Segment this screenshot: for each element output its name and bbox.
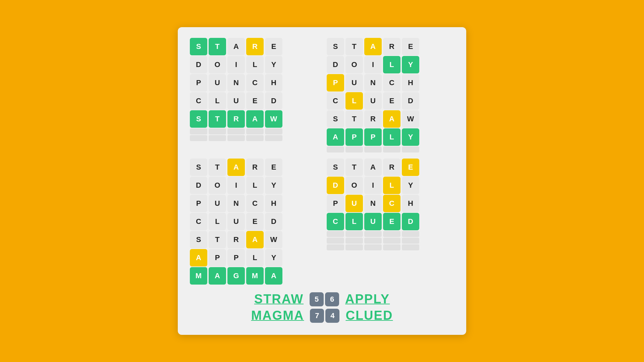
cell-U: U — [209, 195, 226, 212]
cell-S: S — [327, 110, 344, 128]
word-apply[interactable]: APPLY — [345, 292, 390, 306]
grid-row: CLUED — [327, 213, 454, 230]
cell-A: A — [209, 267, 226, 285]
empty-cell — [383, 238, 400, 244]
empty-cell — [345, 231, 363, 237]
word-straw[interactable]: STRAW — [254, 292, 304, 306]
grid-row: STARE — [327, 159, 454, 176]
bottom-row-2: MAGMA 7 4 CLUED — [251, 308, 393, 323]
cell-A: A — [364, 38, 382, 55]
cell-L: L — [383, 177, 400, 194]
cell-A: A — [246, 110, 264, 128]
empty-cell — [246, 135, 264, 141]
cell-E: E — [246, 213, 264, 230]
cell-T: T — [209, 231, 226, 248]
cell-S: S — [327, 159, 344, 176]
cell-Y: Y — [265, 249, 282, 266]
spacer-row — [327, 238, 454, 244]
cell-L: L — [246, 177, 264, 194]
cell-T: T — [345, 110, 363, 128]
cell-D: D — [190, 177, 207, 194]
cell-H: H — [402, 195, 419, 212]
cell-U: U — [227, 92, 245, 110]
cell-S: S — [327, 38, 344, 55]
main-card: STAREDOILYPUNCHCLUEDSTRAWSTAREDOILYPUNCH… — [178, 27, 466, 335]
grid-row: PUNCH — [327, 195, 454, 212]
grid-row: DOILY — [327, 56, 454, 73]
cell-P: P — [345, 128, 363, 146]
cell-C: C — [383, 195, 400, 212]
empty-cell — [402, 238, 419, 244]
word-magma[interactable]: MAGMA — [251, 308, 304, 323]
grid-top-left: STAREDOILYPUNCHCLUEDSTRAW — [190, 38, 317, 153]
cell-Y: Y — [265, 56, 282, 73]
grid-row: CLUED — [327, 92, 454, 110]
cell-D: D — [265, 213, 282, 230]
word-clued[interactable]: CLUED — [345, 308, 393, 323]
cell-A: A — [246, 231, 264, 248]
cell-T: T — [209, 159, 226, 176]
bottom-bar: STRAW 5 6 APPLY MAGMA 7 4 CLUED — [190, 292, 454, 323]
cell-T: T — [209, 38, 226, 55]
spacer-row — [190, 135, 317, 141]
cell-Y: Y — [265, 177, 282, 194]
cell-U: U — [364, 213, 382, 230]
cell-E: E — [402, 38, 419, 55]
cell-C: C — [327, 92, 344, 110]
cell-L: L — [246, 249, 264, 266]
grid-row: DOILY — [327, 177, 454, 194]
cell-R: R — [227, 110, 245, 128]
cell-T: T — [345, 38, 363, 55]
empty-cell — [327, 146, 344, 153]
cell-N: N — [227, 74, 245, 92]
cell-E: E — [402, 159, 419, 176]
cell-O: O — [209, 56, 226, 73]
cell-Y: Y — [402, 128, 419, 146]
empty-cell — [209, 128, 226, 134]
cell-P: P — [190, 195, 207, 212]
cell-E: E — [383, 213, 400, 230]
cell-D: D — [327, 177, 344, 194]
empty-cell — [402, 146, 419, 153]
cell-D: D — [265, 92, 282, 110]
cell-S: S — [190, 159, 207, 176]
cell-A: A — [383, 110, 400, 128]
score-6: 6 — [325, 292, 339, 306]
cell-W: W — [402, 110, 419, 128]
cell-C: C — [190, 92, 207, 110]
cell-I: I — [364, 56, 382, 73]
scores-row1: 5 6 — [310, 292, 339, 306]
cell-A: A — [227, 159, 245, 176]
cell-D: D — [327, 56, 344, 73]
cell-E: E — [383, 92, 400, 110]
empty-cell — [265, 128, 282, 134]
empty-cell — [190, 128, 207, 134]
empty-cell — [327, 238, 344, 244]
cell-I: I — [227, 177, 245, 194]
cell-S: S — [190, 110, 207, 128]
grid-row: STRAW — [190, 110, 317, 128]
empty-cell — [364, 244, 382, 250]
empty-cell — [364, 231, 382, 237]
cell-C: C — [383, 74, 400, 92]
cell-S: S — [190, 231, 207, 248]
cell-A: A — [190, 249, 207, 266]
grid-row: STRAW — [327, 110, 454, 128]
cell-P: P — [209, 249, 226, 266]
cell-N: N — [364, 195, 382, 212]
cell-A: A — [227, 38, 245, 55]
empty-cell — [227, 128, 245, 134]
cell-U: U — [345, 195, 363, 212]
cell-O: O — [345, 56, 363, 73]
empty-cell — [190, 135, 207, 141]
cell-Y: Y — [402, 177, 419, 194]
cell-P: P — [327, 195, 344, 212]
grid-row: PUNCH — [327, 74, 454, 92]
empty-cell — [402, 244, 419, 250]
cell-R: R — [383, 159, 400, 176]
cell-W: W — [265, 110, 282, 128]
cell-C: C — [246, 195, 264, 212]
grid-row: DOILY — [190, 56, 317, 73]
cell-O: O — [345, 177, 363, 194]
cell-I: I — [364, 177, 382, 194]
